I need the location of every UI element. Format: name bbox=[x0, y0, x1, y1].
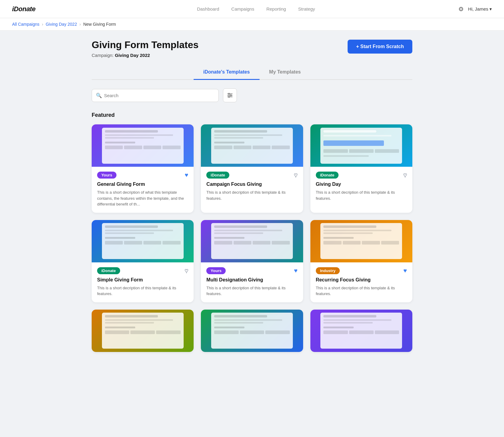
card-desc-2: This is a short decription of this templ… bbox=[206, 189, 297, 201]
card-tag-row-1: Yours ♥ bbox=[97, 172, 188, 179]
card-preview-5 bbox=[201, 220, 303, 262]
breadcrumb-all-campaigns[interactable]: All Campaigns bbox=[12, 22, 39, 27]
card-name-3: Giving Day bbox=[316, 182, 407, 187]
search-input[interactable] bbox=[92, 89, 219, 102]
card-tag-yours: Yours bbox=[97, 172, 116, 179]
card-tag-row-2: iDonate ♥ bbox=[206, 172, 297, 179]
template-card[interactable]: Industry ♥ Recurring Focus Giving This i… bbox=[310, 220, 412, 302]
template-card[interactable]: iDonate ♥ Simple Giving Form This is a s… bbox=[92, 220, 194, 302]
card-preview-9 bbox=[310, 310, 412, 352]
page-title: Giving Form Templates bbox=[92, 40, 198, 50]
card-body-2: iDonate ♥ Campaign Focus Giving This is … bbox=[201, 167, 303, 207]
nav-strategy[interactable]: Strategy bbox=[298, 6, 315, 12]
card-tag-yours: Yours bbox=[206, 267, 226, 274]
second-grid bbox=[92, 310, 412, 352]
card-preview-6 bbox=[310, 220, 412, 262]
user-menu[interactable]: Hi, James ▾ bbox=[468, 6, 492, 12]
card-desc-5: This is a short decription of this templ… bbox=[206, 285, 297, 297]
card-body-5: Yours ♥ Multi Designation Giving This is… bbox=[201, 262, 303, 302]
card-tag-idonate: iDonate bbox=[316, 172, 339, 179]
favorite-icon-3[interactable]: ♥ bbox=[403, 172, 407, 179]
settings-icon[interactable]: ⚙ bbox=[458, 5, 464, 13]
filter-icon bbox=[227, 92, 233, 98]
breadcrumb-sep-1: › bbox=[42, 22, 43, 27]
favorite-icon-6[interactable]: ♥ bbox=[403, 267, 407, 274]
card-preview-8 bbox=[201, 310, 303, 352]
card-tag-row-6: Industry ♥ bbox=[316, 267, 407, 274]
featured-grid: Yours ♥ General Giving Form This is a sh… bbox=[92, 124, 412, 302]
template-card[interactable] bbox=[201, 310, 303, 352]
template-card[interactable]: Yours ♥ Multi Designation Giving This is… bbox=[201, 220, 303, 302]
breadcrumb: All Campaigns › Giving Day 2022 › New Gi… bbox=[0, 18, 504, 31]
card-name-4: Simple Giving Form bbox=[97, 277, 188, 283]
page-subtitle: Campaign: Giving Day 2022 bbox=[92, 53, 198, 58]
template-card[interactable] bbox=[92, 310, 194, 352]
breadcrumb-sep-2: › bbox=[79, 22, 81, 27]
card-desc-4: This is a short decription of this templ… bbox=[97, 285, 188, 297]
main-content: Giving Form Templates Campaign: Giving D… bbox=[80, 31, 424, 377]
tabs-bar: iDonate's Templates My Templates bbox=[92, 65, 412, 80]
page-title-block: Giving Form Templates Campaign: Giving D… bbox=[92, 40, 198, 58]
card-tag-industry: Industry bbox=[316, 267, 340, 274]
page-header: Giving Form Templates Campaign: Giving D… bbox=[92, 40, 412, 58]
favorite-icon-2[interactable]: ♥ bbox=[294, 172, 298, 179]
tab-my-templates[interactable]: My Templates bbox=[260, 65, 311, 80]
card-body-1: Yours ♥ General Giving Form This is a sh… bbox=[92, 167, 194, 213]
template-card[interactable]: iDonate ♥ Campaign Focus Giving This is … bbox=[201, 124, 303, 213]
card-tag-idonate: iDonate bbox=[97, 267, 120, 274]
nav-campaigns[interactable]: Campaigns bbox=[231, 6, 254, 12]
card-body-6: Industry ♥ Recurring Focus Giving This i… bbox=[310, 262, 412, 302]
template-card[interactable]: Yours ♥ General Giving Form This is a sh… bbox=[92, 124, 194, 213]
tab-idonate-templates[interactable]: iDonate's Templates bbox=[194, 65, 260, 80]
card-preview-2 bbox=[201, 124, 303, 167]
nav-dashboard[interactable]: Dashboard bbox=[197, 6, 219, 12]
user-greeting: Hi, James bbox=[468, 6, 488, 12]
favorite-icon-5[interactable]: ♥ bbox=[294, 267, 298, 274]
nav-links: Dashboard Campaigns Reporting Strategy bbox=[54, 6, 458, 12]
svg-point-3 bbox=[228, 93, 230, 94]
card-preview-7 bbox=[92, 310, 194, 352]
card-name-5: Multi Designation Giving bbox=[206, 277, 297, 283]
template-card[interactable]: iDonate ♥ Giving Day This is a short dec… bbox=[310, 124, 412, 213]
search-icon: 🔍 bbox=[96, 93, 102, 98]
card-desc-3: This is a short decription of this templ… bbox=[316, 189, 407, 201]
card-name-2: Campaign Focus Giving bbox=[206, 182, 297, 187]
user-dropdown-arrow: ▾ bbox=[489, 6, 492, 12]
card-tag-row-4: iDonate ♥ bbox=[97, 267, 188, 274]
search-row: 🔍 bbox=[92, 88, 412, 102]
svg-point-4 bbox=[230, 95, 231, 96]
card-tag-row-5: Yours ♥ bbox=[206, 267, 297, 274]
start-from-scratch-button[interactable]: + Start From Scratch bbox=[348, 40, 412, 54]
subtitle-campaign: Giving Day 2022 bbox=[115, 53, 150, 58]
favorite-icon-4[interactable]: ♥ bbox=[185, 267, 188, 274]
subtitle-prefix: Campaign: bbox=[92, 53, 114, 58]
featured-section-title: Featured bbox=[92, 112, 412, 118]
navbar: iDonate Dashboard Campaigns Reporting St… bbox=[0, 0, 504, 18]
breadcrumb-current: New Giving Form bbox=[83, 22, 116, 27]
filter-button[interactable] bbox=[223, 88, 237, 102]
navbar-right: ⚙ Hi, James ▾ bbox=[458, 5, 492, 13]
app-logo[interactable]: iDonate bbox=[12, 5, 35, 13]
card-desc-1: This is a short decription of what this … bbox=[97, 189, 188, 207]
breadcrumb-giving-day[interactable]: Giving Day 2022 bbox=[46, 22, 77, 27]
card-name-6: Recurring Focus Giving bbox=[316, 277, 407, 283]
favorite-icon-1[interactable]: ♥ bbox=[185, 172, 188, 179]
card-preview-1 bbox=[92, 124, 194, 167]
card-desc-6: This is a short decription of this templ… bbox=[316, 285, 407, 297]
template-card[interactable] bbox=[310, 310, 412, 352]
card-tag-row-3: iDonate ♥ bbox=[316, 172, 407, 179]
card-name-1: General Giving Form bbox=[97, 182, 188, 187]
card-tag-idonate: iDonate bbox=[206, 172, 229, 179]
card-body-3: iDonate ♥ Giving Day This is a short dec… bbox=[310, 167, 412, 207]
nav-reporting[interactable]: Reporting bbox=[266, 6, 286, 12]
card-body-4: iDonate ♥ Simple Giving Form This is a s… bbox=[92, 262, 194, 302]
svg-point-5 bbox=[228, 96, 230, 97]
search-input-wrap: 🔍 bbox=[92, 89, 219, 102]
card-preview-3 bbox=[310, 124, 412, 167]
card-preview-4 bbox=[92, 220, 194, 262]
